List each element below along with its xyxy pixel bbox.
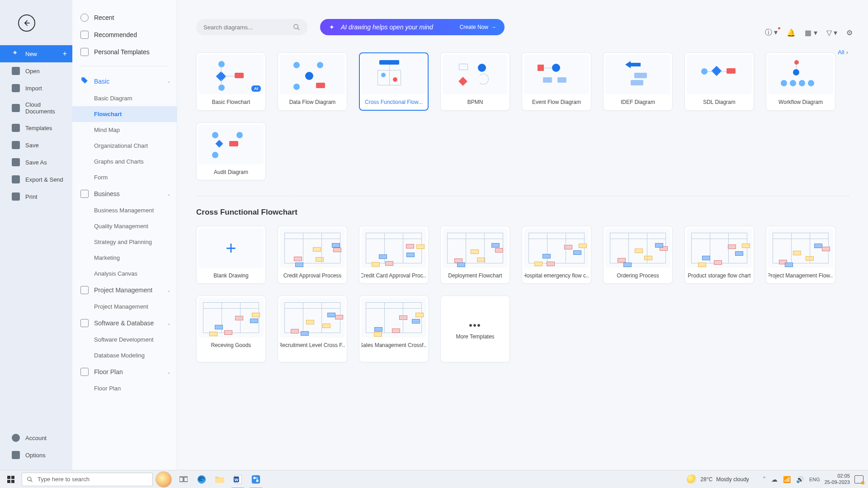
- more-templates-card[interactable]: •••More Templates: [440, 296, 510, 362]
- system-tray[interactable]: ˄ ☁ 📶 🔊 ENG: [763, 476, 820, 483]
- cat-bm[interactable]: Business Management: [72, 202, 177, 218]
- template-grid: +Blank DrawingCredit Approval ProcessCre…: [196, 226, 853, 362]
- svg-rect-4: [11, 480, 14, 483]
- meet-now-icon[interactable]: [156, 471, 172, 488]
- search-input[interactable]: [203, 24, 293, 31]
- cat-pm[interactable]: Project Management⌄: [72, 282, 177, 299]
- nav-account[interactable]: Account: [0, 429, 72, 446]
- notifications-icon[interactable]: [854, 475, 863, 483]
- template-card-9[interactable]: Recruitment Level Cross F...: [278, 296, 347, 362]
- card-preview: [605, 55, 670, 94]
- cat-form[interactable]: Form: [72, 169, 177, 185]
- clock[interactable]: 02:05 25-09-2023: [825, 473, 850, 485]
- tray-up-icon[interactable]: ˄: [763, 476, 766, 483]
- svg-rect-7: [184, 477, 188, 482]
- weather-widget[interactable]: 28°C Mostly cloudy: [687, 474, 749, 484]
- ai-banner-text: AI drawing helps open your mind: [341, 23, 433, 31]
- nav-import[interactable]: Import: [0, 80, 72, 97]
- onedrive-icon[interactable]: ☁: [771, 476, 778, 483]
- nav-open[interactable]: Open: [0, 62, 72, 80]
- template-card-7[interactable]: Project Management Flow...: [766, 226, 835, 284]
- template-card-8[interactable]: Receving Goods: [196, 296, 266, 362]
- all-link[interactable]: All ›: [838, 49, 848, 56]
- cat-swdb[interactable]: Software & Database⌄: [72, 314, 177, 332]
- chevron-down-icon: ⌄: [167, 321, 170, 326]
- taskbar: Type here to search W 28°C Mostly cloudy…: [0, 470, 868, 488]
- type-card-6[interactable]: SDL Diagram: [684, 52, 754, 111]
- chevron-down-icon: ⌄: [167, 79, 170, 84]
- cat-basic-diagram[interactable]: Basic Diagram: [72, 90, 177, 106]
- bell-icon[interactable]: 🔔: [787, 28, 796, 37]
- cat-recent[interactable]: Recent: [72, 9, 177, 26]
- volume-icon[interactable]: 🔊: [796, 476, 804, 483]
- cat-floor[interactable]: Floor Plan⌄: [72, 363, 177, 380]
- cat-recommended[interactable]: Recommended: [72, 26, 177, 43]
- cat-floor-item[interactable]: Floor Plan: [72, 380, 177, 396]
- nav-print[interactable]: Print: [0, 188, 72, 205]
- cat-sp[interactable]: Strategy and Planning: [72, 234, 177, 250]
- cat-business[interactable]: Business⌄: [72, 185, 177, 202]
- card-label: Cross Functional Flow...: [361, 94, 426, 110]
- cat-graphs[interactable]: Graphs and Charts: [72, 154, 177, 169]
- template-card-4[interactable]: Hospital emergency flow c...: [522, 226, 591, 284]
- task-view-icon[interactable]: [175, 470, 193, 488]
- nav-export[interactable]: Export & Send: [0, 171, 72, 188]
- nav-templates[interactable]: Templates: [0, 119, 72, 136]
- type-card-3[interactable]: BPMN: [440, 52, 510, 111]
- taskbar-search[interactable]: Type here to search: [22, 473, 153, 486]
- cat-qm[interactable]: Quality Management: [72, 218, 177, 234]
- type-card-4[interactable]: Event Flow Diagram: [522, 52, 591, 111]
- template-card-5[interactable]: Ordering Process: [603, 226, 673, 284]
- type-card-1[interactable]: Data Flow Diagram: [278, 52, 347, 111]
- cat-swdev[interactable]: Software Development: [72, 332, 177, 347]
- section-divider: [196, 196, 849, 196]
- nav-saveas[interactable]: Save As: [0, 154, 72, 171]
- language-icon[interactable]: ENG: [809, 477, 820, 482]
- doc-icon: [80, 48, 89, 56]
- create-now-button[interactable]: Create Now →: [460, 24, 496, 30]
- cat-mindmap[interactable]: Mind Map: [72, 122, 177, 138]
- template-card-2[interactable]: Credit Card Approval Proc...: [359, 226, 429, 284]
- search-icon[interactable]: [293, 23, 300, 31]
- filter-icon[interactable]: ▽ ▾: [826, 28, 837, 37]
- word-icon[interactable]: W: [229, 470, 247, 488]
- type-card-2[interactable]: Cross Functional Flow...: [359, 52, 429, 111]
- cat-orgchart[interactable]: Organizational Chart: [72, 138, 177, 154]
- grid-icon[interactable]: ▦ ▾: [805, 28, 817, 37]
- cat-basic[interactable]: Basic⌄: [72, 72, 177, 90]
- gear-icon[interactable]: ⚙: [846, 28, 853, 37]
- cat-canvas[interactable]: Analysis Canvas: [72, 266, 177, 282]
- nav-options[interactable]: Options: [0, 446, 72, 464]
- cat-personal[interactable]: Personal Templates: [72, 43, 177, 61]
- template-card-1[interactable]: Credit Approval Process: [278, 226, 347, 284]
- back-button[interactable]: [18, 14, 35, 32]
- template-card-10[interactable]: Sales Management Crossf...: [359, 296, 429, 362]
- card-label: Recruitment Level Cross F...: [280, 338, 345, 353]
- edge-icon[interactable]: [193, 470, 211, 488]
- nav-new[interactable]: New +: [0, 45, 72, 62]
- template-card-0[interactable]: +Blank Drawing: [196, 226, 266, 284]
- explorer-icon[interactable]: [211, 470, 229, 488]
- diagram-type-grid: AIBasic FlowchartData Flow DiagramCross …: [196, 52, 853, 180]
- card-preview: AI: [198, 55, 264, 94]
- cat-marketing[interactable]: Marketing: [72, 250, 177, 266]
- start-button[interactable]: [0, 470, 22, 488]
- plus-icon[interactable]: +: [63, 50, 67, 58]
- account-icon: [12, 434, 20, 442]
- help-icon[interactable]: ⓘ ▾: [765, 28, 778, 38]
- template-card-6[interactable]: Product storage flow chart: [684, 226, 754, 284]
- cat-flowchart[interactable]: Flowchart: [72, 106, 177, 122]
- cat-pm-item[interactable]: Project Management: [72, 299, 177, 314]
- type-card-7[interactable]: Workflow Diagram: [766, 52, 835, 111]
- edrawmax-icon[interactable]: [247, 470, 265, 488]
- search-box[interactable]: [196, 19, 307, 35]
- type-card-0[interactable]: AIBasic Flowchart: [196, 52, 266, 111]
- cat-dbmod[interactable]: Database Modeling: [72, 347, 177, 363]
- template-card-3[interactable]: Deployment Flowchart: [440, 226, 510, 284]
- nav-cloud[interactable]: Cloud Documents: [0, 97, 72, 119]
- nav-save[interactable]: Save: [0, 136, 72, 154]
- type-card-8[interactable]: Audit Diagram: [196, 122, 266, 180]
- ai-banner[interactable]: ✦ AI drawing helps open your mind Create…: [320, 19, 505, 35]
- type-card-5[interactable]: IDEF Diagram: [603, 52, 673, 111]
- wifi-icon[interactable]: 📶: [783, 476, 791, 483]
